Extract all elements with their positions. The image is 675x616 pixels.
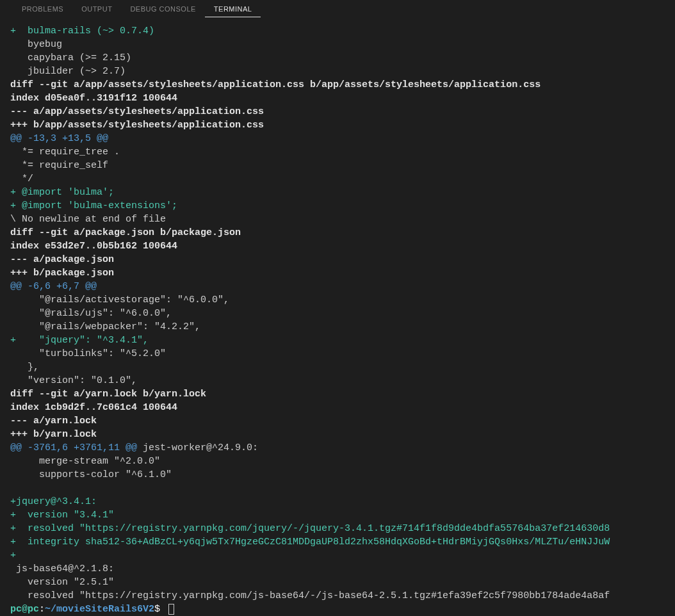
terminal-line: capybara (>= 2.15) [10,51,665,65]
prompt-path: ~/movieSiteRails6V2 [45,604,154,615]
terminal-line: +jquery@^3.4.1: [10,495,665,508]
terminal-line: "turbolinks": "^5.2.0" [10,347,665,361]
terminal-line [10,482,665,495]
terminal-line: byebug [10,38,665,51]
terminal-line: @@ -6,6 +6,7 @@ [10,280,665,293]
terminal-line: version "2.5.1" [10,576,665,589]
terminal-line: diff --git a/yarn.lock b/yarn.lock [10,387,665,401]
prompt-user: pc@pc [10,604,39,615]
terminal-line: + resolved "https://registry.yarnpkg.com… [10,522,665,535]
terminal-line: + "jquery": "^3.4.1", [10,334,665,347]
terminal-prompt[interactable]: pc@pc:~/movieSiteRails6V2$ [10,603,665,616]
terminal-cursor [168,604,174,615]
terminal-line: *= require_self [10,159,665,172]
terminal-line: +++ b/yarn.lock [10,428,665,441]
terminal-line: resolved "https://registry.yarnpkg.com/j… [10,589,665,603]
terminal-line: + @import 'bulma-extensions'; [10,199,665,213]
terminal-line: +++ b/package.json [10,266,665,280]
tab-debug-console[interactable]: DEBUG CONSOLE [121,1,204,17]
terminal-line: +++ b/app/assets/stylesheets/application… [10,118,665,132]
terminal-line: --- a/package.json [10,253,665,266]
terminal-line: supports-color "^6.1.0" [10,468,665,482]
terminal-line: + [10,549,665,562]
terminal-line: --- a/yarn.lock [10,414,665,428]
terminal-line: + @import 'bulma'; [10,186,665,199]
tab-terminal[interactable]: TERMINAL [205,1,261,17]
terminal-line: merge-stream "^2.0.0" [10,455,665,468]
terminal-line: index e53d2e7..0b5b162 100644 [10,239,665,253]
prompt-dollar: $ [154,604,166,615]
terminal-line: *= require_tree . [10,145,665,159]
terminal-line: --- a/app/assets/stylesheets/application… [10,105,665,118]
terminal-line: "@rails/webpacker": "4.2.2", [10,320,665,334]
tab-problems[interactable]: PROBLEMS [13,1,72,17]
terminal-output[interactable]: + bulma-rails (~> 0.7.4) byebug capybara… [0,18,675,616]
terminal-line: \ No newline at end of file [10,213,665,226]
terminal-line: diff --git a/package.json b/package.json [10,226,665,239]
terminal-line: */ [10,172,665,186]
terminal-line: "@rails/activestorage": "^6.0.0", [10,293,665,307]
terminal-line: + bulma-rails (~> 0.7.4) [10,24,665,38]
terminal-line: + integrity sha512-36+AdBzCL+y6qjw5Tx7Hg… [10,535,665,549]
terminal-line: "version": "0.1.0", [10,374,665,387]
terminal-line: jbuilder (~> 2.7) [10,65,665,78]
terminal-line: "@rails/ujs": "^6.0.0", [10,307,665,320]
terminal-line: js-base64@^2.1.8: [10,562,665,576]
prompt-separator: : [39,604,45,615]
tab-output[interactable]: OUTPUT [72,1,121,17]
terminal-line: @@ -13,3 +13,5 @@ [10,132,665,145]
terminal-line: diff --git a/app/assets/stylesheets/appl… [10,78,665,92]
terminal-line: @@ -3761,6 +3761,11 @@ jest-worker@^24.9… [10,441,665,455]
terminal-line: }, [10,361,665,374]
terminal-line: index 1cb9d2f..7c061c4 100644 [10,401,665,414]
panel-tabs: PROBLEMS OUTPUT DEBUG CONSOLE TERMINAL [0,0,675,18]
terminal-line: index d05ea0f..3191f12 100644 [10,92,665,105]
terminal-line: + version "3.4.1" [10,508,665,522]
